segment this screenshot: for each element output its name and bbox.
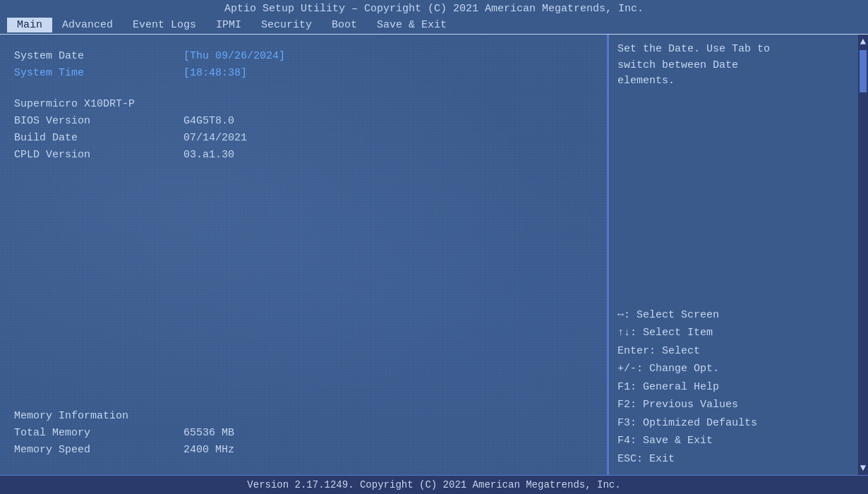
- bios-version-label: BIOS Version: [14, 115, 183, 127]
- help-panel: ▲ ▼ Set the Date. Use Tab toswitch betwe…: [607, 35, 868, 475]
- help-key-esc: ESC: Exit: [617, 450, 850, 469]
- system-time-label: System Time: [14, 67, 183, 79]
- menu-item-security[interactable]: Security: [251, 18, 322, 32]
- scroll-up-arrow[interactable]: ▲: [859, 35, 867, 49]
- memory-speed-row: Memory Speed 2400 MHz: [14, 444, 593, 459]
- system-date-value[interactable]: [Thu 09/26/2024]: [183, 50, 285, 62]
- board-row: Supermicro X10DRT-P: [14, 98, 593, 114]
- help-key-select-item: ↑↓: Select Item: [617, 324, 850, 342]
- help-key-f4: F4: Save & Exit: [617, 432, 850, 450]
- system-date-label: System Date: [14, 50, 183, 62]
- cpld-version-row: CPLD Version 03.a1.30: [14, 149, 593, 164]
- bios-version-row: BIOS Version G4G5T8.0: [14, 115, 593, 131]
- menu-item-ipmi[interactable]: IPMI: [206, 18, 251, 32]
- help-key-f1: F1: General Help: [617, 378, 850, 397]
- memory-section-label: Memory Information: [14, 410, 183, 422]
- menu-item-event-logs[interactable]: Event Logs: [123, 18, 206, 32]
- help-key-change-opt: +/-: Change Opt.: [617, 360, 850, 378]
- help-key-select-screen: ↔: Select Screen: [617, 306, 850, 325]
- menu-item-boot[interactable]: Boot: [322, 18, 367, 32]
- total-memory-row: Total Memory 65536 MB: [14, 427, 593, 442]
- scroll-down-arrow[interactable]: ▼: [859, 461, 867, 475]
- menu-item-save-and-exit[interactable]: Save & Exit: [367, 18, 457, 32]
- content-area: System Date [Thu 09/26/2024] System Time…: [0, 35, 868, 475]
- help-description: Set the Date. Use Tab toswitch between D…: [617, 42, 850, 90]
- title-text: Aptio Setup Utility – Copyright (C) 2021…: [224, 3, 644, 15]
- cpld-version-label: CPLD Version: [14, 149, 183, 161]
- help-keys-area: ↔: Select Screen ↑↓: Select Item Enter: …: [617, 306, 850, 469]
- scrollbar[interactable]: ▲ ▼: [858, 35, 868, 475]
- total-memory-value: 65536 MB: [183, 427, 234, 439]
- system-time-row: System Time [18:48:38]: [14, 67, 593, 83]
- main-panel: System Date [Thu 09/26/2024] System Time…: [0, 35, 607, 475]
- board-label: Supermicro X10DRT-P: [14, 98, 183, 110]
- build-date-value: 07/14/2021: [183, 132, 247, 144]
- help-description-area: Set the Date. Use Tab toswitch between D…: [617, 42, 850, 95]
- bios-version-value: G4G5T8.0: [183, 115, 234, 127]
- cpld-version-value: 03.a1.30: [183, 149, 234, 161]
- help-key-f2: F2: Previous Values: [617, 396, 850, 414]
- menu-item-main[interactable]: Main: [7, 18, 52, 32]
- menu-bar: MainAdvancedEvent LogsIPMISecurityBootSa…: [0, 16, 868, 35]
- menu-item-advanced[interactable]: Advanced: [52, 18, 123, 32]
- title-bar: Aptio Setup Utility – Copyright (C) 2021…: [0, 0, 868, 16]
- footer: Version 2.17.1249. Copyright (C) 2021 Am…: [0, 475, 868, 494]
- build-date-label: Build Date: [14, 132, 183, 144]
- system-time-value[interactable]: [18:48:38]: [183, 67, 247, 79]
- footer-text: Version 2.17.1249. Copyright (C) 2021 Am…: [247, 479, 620, 490]
- memory-speed-value: 2400 MHz: [183, 444, 234, 456]
- memory-section-row: Memory Information: [14, 410, 593, 426]
- bios-setup-utility: Aptio Setup Utility – Copyright (C) 2021…: [0, 0, 868, 494]
- help-key-f3: F3: Optimized Defaults: [617, 414, 850, 433]
- scroll-thumb: [860, 50, 867, 92]
- memory-speed-label: Memory Speed: [14, 444, 183, 456]
- total-memory-label: Total Memory: [14, 427, 183, 439]
- build-date-row: Build Date 07/14/2021: [14, 132, 593, 147]
- system-date-row: System Date [Thu 09/26/2024]: [14, 50, 593, 66]
- help-key-enter: Enter: Select: [617, 342, 850, 361]
- scroll-track: [860, 50, 867, 459]
